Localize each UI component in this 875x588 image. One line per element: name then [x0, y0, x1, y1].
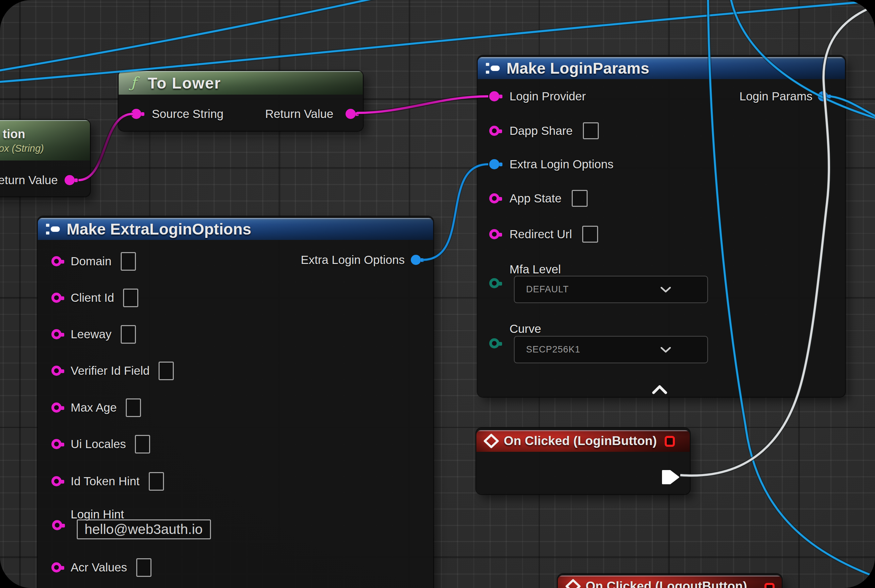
- bound-event-icon[interactable]: [764, 583, 774, 588]
- pin-value-box[interactable]: [126, 398, 141, 417]
- pin-row: Extra Login Options: [301, 250, 433, 270]
- input-pin-dapp-share[interactable]: [489, 126, 499, 136]
- input-pin-extra-login-options[interactable]: [489, 159, 499, 169]
- node-header: Make LoginParams: [478, 57, 845, 79]
- node-on-clicked-logout-button[interactable]: On Clicked (LogoutButton): [558, 574, 782, 588]
- pin-value-box[interactable]: [136, 558, 152, 577]
- make-struct-icon: [45, 222, 61, 236]
- pin-label: App State: [510, 192, 562, 205]
- input-pin-client-id[interactable]: [51, 292, 62, 303]
- node-title: To Lower: [148, 74, 221, 92]
- input-pin-acr-values[interactable]: [51, 562, 62, 573]
- pin-value-box[interactable]: [149, 472, 164, 490]
- pin-value-box[interactable]: [123, 289, 138, 307]
- pin-row: Return Value: [265, 104, 363, 124]
- node-partial-function[interactable]: tion ox (String) eturn Value: [0, 120, 90, 196]
- node-header: tion ox (String): [0, 120, 90, 160]
- make-struct-icon: [485, 62, 501, 75]
- pin-row: Id Token Hint: [38, 471, 164, 491]
- pin-row: Max Age: [38, 398, 141, 418]
- output-pin-extra-login-options[interactable]: [411, 255, 421, 265]
- input-pin-login-hint[interactable]: [52, 520, 62, 530]
- pin-label: Ui Locales: [71, 437, 126, 451]
- pin-label: Extra Login Options: [301, 253, 405, 267]
- pin-row: Client Id: [38, 288, 138, 308]
- wire-blue-upper-left: [0, 0, 382, 71]
- pin-row: eturn Value: [0, 170, 90, 190]
- input-pin-leeway[interactable]: [51, 329, 62, 339]
- pin-value-box[interactable]: [582, 226, 598, 243]
- pin-row: Verifier Id Field: [38, 361, 174, 381]
- input-pin-domain[interactable]: [51, 256, 62, 266]
- bound-event-icon[interactable]: [665, 436, 675, 447]
- curve-value: SECP256K1: [526, 344, 580, 355]
- input-pin-redirect-url[interactable]: [489, 229, 499, 239]
- pin-row: Acr Values: [38, 557, 152, 578]
- pin-label: Verifier Id Field: [71, 364, 149, 378]
- node-on-clicked-login-button[interactable]: On Clicked (LoginButton): [477, 428, 690, 494]
- pin-row: Dapp Share: [478, 121, 599, 141]
- pin-row: Leeway: [38, 324, 136, 344]
- input-pin-source-string[interactable]: [131, 109, 141, 119]
- pin-label: Client Id: [71, 291, 114, 304]
- pin-row: Redirect Url: [478, 224, 598, 244]
- blueprint-graph-canvas[interactable]: tion ox (String) eturn Value ƒ To Lower …: [0, 0, 875, 588]
- node-subtitle-fragment: ox (String): [0, 143, 44, 154]
- login-hint-value-box[interactable]: hello@web3auth.io: [77, 519, 211, 539]
- node-title: On Clicked (LoginButton): [504, 434, 657, 448]
- input-pin-curve[interactable]: [489, 338, 499, 348]
- pin-value-box[interactable]: [121, 325, 136, 344]
- input-pin-max-age[interactable]: [51, 402, 62, 412]
- mfa-level-dropdown[interactable]: DEFAULT: [514, 276, 708, 303]
- input-pin-verifier-id-field[interactable]: [51, 366, 62, 376]
- node-make-login-params[interactable]: Make LoginParams Login Provider Dapp Sha…: [478, 56, 845, 397]
- pin-label: Login Params: [740, 90, 812, 103]
- output-pin-return-value[interactable]: [346, 109, 356, 119]
- exec-output-pin[interactable]: [662, 467, 680, 487]
- pin-label: Source String: [152, 107, 224, 121]
- curve-dropdown[interactable]: SECP256K1: [514, 336, 708, 363]
- node-title-fragment: tion: [3, 127, 26, 141]
- chevron-down-icon: [661, 347, 671, 353]
- pin-label: Login Provider: [510, 90, 586, 103]
- node-header: On Clicked (LoginButton): [477, 430, 690, 452]
- pin-label: Extra Login Options: [510, 158, 613, 171]
- pin-value-box[interactable]: [159, 362, 174, 380]
- pin-label: Leeway: [71, 327, 111, 341]
- node-title: On Clicked (LogoutButton): [586, 579, 747, 588]
- node-title: Make LoginParams: [507, 59, 649, 77]
- pin-row: Ui Locales: [38, 434, 150, 454]
- pin-row: Login Provider: [478, 86, 586, 106]
- pin-value-box[interactable]: [121, 252, 136, 271]
- event-diamond-icon: [484, 434, 499, 448]
- pin-label: Domain: [71, 255, 111, 268]
- pin-label: eturn Value: [0, 173, 58, 187]
- pin-value-box[interactable]: [135, 435, 150, 453]
- pin-label: Acr Values: [71, 561, 127, 574]
- input-pin-login-provider[interactable]: [489, 91, 499, 101]
- input-pin-mfa-level[interactable]: [489, 278, 499, 288]
- chevron-down-icon: [661, 287, 671, 293]
- pin-label-mfa-level: Mfa Level: [510, 262, 561, 276]
- event-diamond-icon: [565, 579, 581, 588]
- node-to-lower[interactable]: ƒ To Lower Source String Return Value: [119, 71, 363, 131]
- node-make-extra-login-options[interactable]: Make ExtraLoginOptions Domain Client Id …: [38, 217, 433, 588]
- pin-row: Source String: [119, 104, 224, 124]
- input-pin-app-state[interactable]: [489, 193, 499, 203]
- input-pin-id-token-hint[interactable]: [51, 476, 62, 486]
- node-header: ƒ To Lower: [119, 71, 363, 94]
- pin-label: Redirect Url: [510, 227, 572, 241]
- node-header: Make ExtraLoginOptions: [38, 218, 433, 240]
- node-header: On Clicked (LogoutButton): [558, 576, 782, 588]
- pin-value-box[interactable]: [572, 190, 588, 207]
- pin-value-box[interactable]: [583, 122, 599, 139]
- pin-row: Extra Login Options: [478, 154, 613, 174]
- input-pin-ui-locales[interactable]: [51, 439, 62, 449]
- login-hint-value: hello@web3auth.io: [84, 521, 203, 537]
- pin-label-login-hint: Login Hint: [71, 508, 124, 521]
- output-pin-return-value[interactable]: [65, 175, 75, 185]
- collapse-chevron-icon[interactable]: [652, 385, 667, 395]
- pin-row: Login Params: [740, 86, 845, 106]
- output-pin-login-params[interactable]: [818, 91, 828, 101]
- pin-label: Dapp Share: [510, 124, 573, 138]
